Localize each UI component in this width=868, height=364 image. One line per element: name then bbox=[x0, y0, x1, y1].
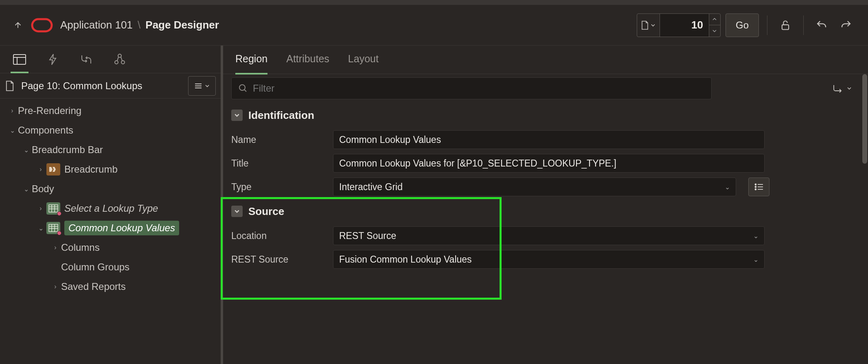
svg-line-9 bbox=[121, 57, 122, 61]
breadcrumb-page: Page Designer bbox=[145, 19, 219, 31]
tree-header: Page 10: Common Lookups bbox=[0, 73, 221, 99]
chevron-down-icon: ⌄ bbox=[753, 256, 758, 263]
svg-point-6 bbox=[115, 61, 118, 64]
processing-tab-icon[interactable] bbox=[79, 52, 94, 67]
chevron-down-icon[interactable]: ⌄ bbox=[20, 146, 32, 154]
property-tabs: Region Attributes Layout bbox=[223, 46, 868, 74]
chevron-down-icon[interactable] bbox=[231, 206, 243, 217]
filter-box bbox=[231, 77, 712, 99]
prop-row-title: Title Common Lookup Values for [&P10_SEL… bbox=[223, 151, 868, 175]
tree-row-breadcrumb-bar[interactable]: ⌄ Breadcrumb Bar bbox=[0, 140, 221, 160]
scrollbar[interactable] bbox=[861, 74, 868, 364]
window-chrome bbox=[0, 0, 868, 5]
dynamic-actions-tab-icon[interactable] bbox=[46, 52, 60, 67]
tree-row-pre-rendering[interactable]: › Pre-Rendering bbox=[0, 101, 221, 121]
tree-row-select-lookup[interactable]: › Select a Lookup Type bbox=[0, 199, 221, 218]
type-select[interactable]: Interactive Grid ⌄ bbox=[333, 178, 736, 196]
tab-attributes[interactable]: Attributes bbox=[286, 53, 329, 66]
scrollbar-thumb[interactable] bbox=[862, 74, 867, 164]
prop-row-rest-source: REST Source Fusion Common Lookup Values … bbox=[223, 248, 868, 271]
svg-point-23 bbox=[239, 85, 245, 90]
svg-point-27 bbox=[755, 189, 756, 190]
chevron-down-icon[interactable]: ⌄ bbox=[20, 185, 32, 193]
type-options-button[interactable] bbox=[748, 178, 769, 196]
filter-row bbox=[223, 74, 868, 103]
svg-line-8 bbox=[117, 57, 118, 61]
search-icon bbox=[238, 83, 248, 93]
name-input[interactable]: Common Lookup Values bbox=[333, 130, 765, 149]
page-file-icon bbox=[5, 80, 16, 92]
tree-row-saved-reports[interactable]: › Saved Reports bbox=[0, 277, 221, 296]
tree-row-components[interactable]: ⌄ Components bbox=[0, 121, 221, 140]
tree-row-common-lookup-values[interactable]: ⌄ Common Lookup Values bbox=[0, 218, 221, 238]
go-button[interactable]: Go bbox=[726, 13, 759, 37]
undo-icon[interactable] bbox=[812, 15, 831, 35]
svg-rect-2 bbox=[13, 55, 26, 64]
separator bbox=[803, 15, 804, 35]
interactive-grid-icon bbox=[46, 222, 60, 234]
tree-menu-button[interactable] bbox=[188, 76, 216, 96]
lock-icon[interactable] bbox=[776, 15, 795, 35]
breadcrumb-region-icon bbox=[46, 163, 60, 175]
tree-row-column-groups[interactable]: › Column Groups bbox=[0, 257, 221, 277]
section-source-header[interactable]: Source bbox=[223, 199, 868, 224]
breadcrumb-separator: \ bbox=[138, 19, 140, 31]
svg-point-26 bbox=[755, 186, 756, 188]
left-panel: Page 10: Common Lookups › Pre-Rendering … bbox=[0, 46, 223, 364]
prop-row-location: Location REST Source ⌄ bbox=[223, 224, 868, 248]
svg-rect-1 bbox=[782, 24, 789, 29]
svg-point-7 bbox=[121, 61, 125, 64]
breadcrumb-app[interactable]: Application 101 bbox=[60, 19, 133, 31]
svg-point-5 bbox=[118, 54, 121, 57]
page-title: Page 10: Common Lookups bbox=[21, 80, 183, 92]
up-arrow-button[interactable] bbox=[12, 20, 24, 31]
page-step-down[interactable] bbox=[709, 25, 720, 37]
goto-group-icon[interactable] bbox=[832, 83, 860, 93]
svg-point-25 bbox=[755, 184, 756, 185]
tree-row-columns[interactable]: › Columns bbox=[0, 238, 221, 257]
interactive-grid-icon bbox=[46, 202, 60, 215]
header-bar: Application 101 \ Page Designer Go bbox=[0, 5, 868, 46]
chevron-right-icon[interactable]: › bbox=[7, 107, 18, 114]
tab-layout[interactable]: Layout bbox=[348, 53, 379, 66]
filter-input[interactable] bbox=[253, 83, 705, 94]
prop-row-type: Type Interactive Grid ⌄ bbox=[223, 175, 868, 199]
svg-rect-18 bbox=[49, 224, 58, 232]
property-editor: Region Attributes Layout Identification … bbox=[223, 46, 868, 364]
chevron-down-icon: ⌄ bbox=[753, 232, 758, 240]
chevron-down-icon[interactable]: ⌄ bbox=[7, 127, 18, 134]
separator bbox=[767, 15, 767, 35]
chevron-right-icon[interactable]: › bbox=[35, 205, 46, 212]
page-selector-group bbox=[637, 13, 721, 37]
left-panel-tabs bbox=[0, 46, 221, 73]
svg-rect-0 bbox=[32, 19, 52, 31]
chevron-right-icon[interactable]: › bbox=[50, 244, 61, 251]
page-number-input[interactable] bbox=[660, 14, 709, 37]
chevron-right-icon[interactable]: › bbox=[35, 166, 46, 173]
rendering-tab-icon[interactable] bbox=[12, 52, 27, 67]
shared-components-tab-icon[interactable] bbox=[112, 52, 127, 67]
breadcrumb: Application 101 \ Page Designer bbox=[60, 19, 219, 31]
svg-rect-13 bbox=[49, 205, 58, 212]
oracle-logo bbox=[31, 18, 53, 33]
page-icon-dropdown[interactable] bbox=[637, 14, 660, 37]
tree-row-body[interactable]: ⌄ Body bbox=[0, 179, 221, 199]
title-input[interactable]: Common Lookup Values for [&P10_SELECTED_… bbox=[333, 154, 765, 173]
page-step-up[interactable] bbox=[709, 14, 720, 26]
chevron-down-icon: ⌄ bbox=[725, 183, 730, 191]
chevron-right-icon[interactable]: › bbox=[50, 283, 61, 290]
svg-line-24 bbox=[244, 90, 246, 92]
page-stepper bbox=[709, 14, 720, 37]
redo-icon[interactable] bbox=[836, 15, 856, 35]
rest-source-select[interactable]: Fusion Common Lookup Values ⌄ bbox=[333, 250, 765, 269]
chevron-down-icon[interactable]: ⌄ bbox=[35, 224, 46, 232]
tab-region[interactable]: Region bbox=[235, 53, 267, 66]
tree-row-breadcrumb[interactable]: › Breadcrumb bbox=[0, 160, 221, 179]
prop-row-name: Name Common Lookup Values bbox=[223, 128, 868, 151]
section-identification-header[interactable]: Identification bbox=[223, 103, 868, 128]
component-tree: › Pre-Rendering ⌄ Components ⌄ Breadcrum… bbox=[0, 99, 221, 299]
chevron-down-icon[interactable] bbox=[231, 110, 243, 121]
location-select[interactable]: REST Source ⌄ bbox=[333, 226, 765, 245]
